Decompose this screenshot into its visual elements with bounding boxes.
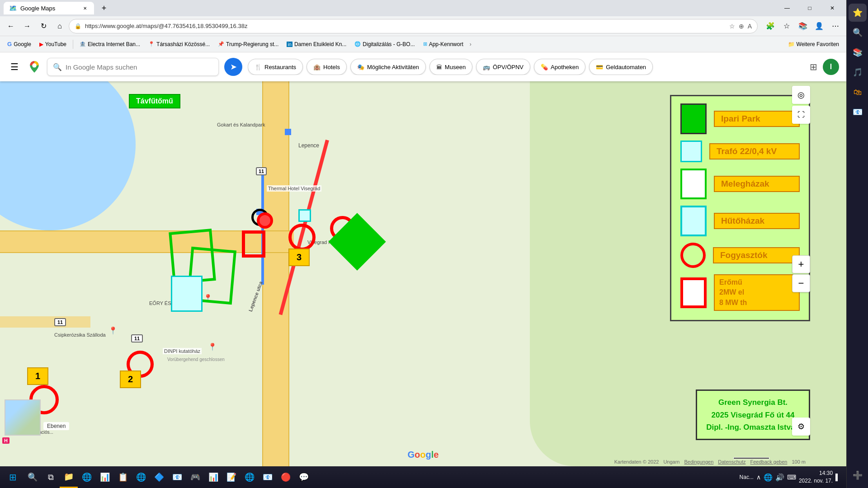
bookmark-damen[interactable]: in Damen Etuikleid Kn...: [283, 39, 350, 49]
location-button[interactable]: ◎: [792, 86, 810, 104]
bookmark-app[interactable]: ⊞ App-Kennwort: [420, 39, 467, 49]
category-transport[interactable]: 🚌 ÖPV/ÖPNV: [476, 59, 530, 75]
trafo-marker-top: [298, 209, 311, 222]
taskbar-app-red[interactable]: 🔴: [277, 466, 295, 488]
bookmark-digit[interactable]: 🌐 Digitalizálás - G-BO...: [351, 39, 418, 49]
refresh-button[interactable]: ↻: [36, 19, 51, 33]
sidebar-shop-btn[interactable]: 🛍: [849, 83, 867, 101]
tab-title: Google Maps: [20, 5, 55, 12]
map-area[interactable]: 11 Lepence utca 11 11 Távfűtőmű Gokart é…: [0, 81, 846, 466]
scale-bar: [733, 457, 769, 459]
bookmark-tarsas[interactable]: 📍 Társasházi Közössé...: [145, 39, 213, 49]
taskbar-search[interactable]: 🔍: [24, 466, 42, 488]
zoom-out-button[interactable]: −: [792, 274, 810, 292]
word-icon: 📊: [100, 472, 110, 482]
sidebar-search-btn[interactable]: 🔍: [849, 23, 867, 42]
taskbar-app-ie[interactable]: 🌐: [132, 466, 150, 488]
taskbar-taskview[interactable]: ⧉: [42, 466, 60, 488]
notifications-tray[interactable]: Nac...: [740, 474, 754, 480]
category-atm[interactable]: 💳 Geldautomaten: [589, 59, 653, 75]
taskbar-app-outlook[interactable]: 📧: [259, 466, 277, 488]
minimize-button[interactable]: —: [777, 0, 797, 16]
toolbar-right: 🧩 ☆ 📚 👤 ⋯: [763, 19, 843, 33]
category-activities[interactable]: 🎭 Mögliche Aktivitäten: [350, 59, 426, 75]
cyan-rect-marker: [171, 276, 203, 312]
taskbar-app-word2[interactable]: 📝: [222, 466, 241, 488]
user-profile-button[interactable]: I: [823, 59, 839, 75]
favorites-button[interactable]: ☆: [779, 19, 794, 33]
privacy-link[interactable]: Datenschutz: [718, 459, 745, 465]
map-settings-button[interactable]: ⚙: [792, 418, 810, 436]
more-button[interactable]: ⋯: [828, 19, 843, 33]
teams-icon: 💬: [299, 472, 309, 482]
chevron-up-icon[interactable]: ∧: [756, 474, 761, 481]
zoom-in-button[interactable]: +: [792, 255, 810, 273]
taskbar-app-ms365[interactable]: 📧: [168, 466, 186, 488]
search-icon: 🔍: [53, 63, 62, 71]
category-restaurants[interactable]: 🍴 Restaurants: [248, 59, 303, 75]
new-tab-button[interactable]: +: [98, 2, 110, 14]
youtube-icon: ▶: [39, 41, 43, 47]
taskbar-app-edge[interactable]: 🔷: [150, 466, 168, 488]
bookmark-electra[interactable]: 🏦 Electra Internet Ban...: [76, 39, 144, 49]
browser-tab[interactable]: 🗺️ Google Maps ✕: [4, 2, 94, 14]
feedback-link[interactable]: Feedback geben: [750, 459, 787, 465]
back-button[interactable]: ←: [4, 19, 18, 33]
bookmark-google[interactable]: G Google: [4, 39, 35, 49]
close-button[interactable]: ✕: [822, 0, 843, 16]
sidebar-collections-btn[interactable]: 📚: [849, 43, 867, 61]
address-bar[interactable]: 🔒 https://www.google.at/maps/@47.7635416…: [69, 19, 758, 33]
taskbar-app-word[interactable]: 📊: [96, 466, 114, 488]
directions-button[interactable]: ➤: [224, 58, 242, 76]
taskbar-app-teams[interactable]: 💬: [295, 466, 313, 488]
maps-search-input[interactable]: [66, 63, 213, 71]
sidebar-games-btn[interactable]: 🎵: [849, 63, 867, 81]
keyboard-icon[interactable]: ⌨: [787, 474, 796, 481]
minimap-bg: [5, 400, 40, 435]
collections-button[interactable]: 📚: [796, 19, 810, 33]
bookmark-youtube[interactable]: ▶ YouTube: [36, 39, 70, 49]
home-button[interactable]: ⌂: [52, 19, 67, 33]
taskbar-app-explorer[interactable]: 📁: [60, 466, 78, 488]
layers-label[interactable]: Ebenen: [43, 422, 69, 430]
maps-menu-button[interactable]: ☰: [7, 60, 22, 74]
taskbar-app-excel[interactable]: 📊: [204, 466, 222, 488]
terms-link[interactable]: Bedingungen: [684, 459, 713, 465]
category-pharmacy[interactable]: 💊 Apotheken: [534, 59, 585, 75]
apps-grid-button[interactable]: ⊞: [810, 61, 817, 72]
category-hotels[interactable]: 🏨 Hotels: [307, 59, 347, 75]
legend-eromü: Erőmű 2MW el 8 MW th: [680, 274, 800, 311]
game-icon: 🎮: [190, 472, 200, 482]
start-button[interactable]: ⊞: [2, 466, 24, 488]
network-icon[interactable]: 🌐: [764, 473, 773, 482]
date-display: 2022. nov. 17.: [799, 477, 833, 485]
sidebar-outlook-btn[interactable]: 📧: [849, 103, 867, 121]
show-desktop-icon[interactable]: ▌: [835, 474, 840, 481]
taskbar-app-game[interactable]: 🎮: [186, 466, 204, 488]
minimap[interactable]: [5, 399, 41, 436]
bookmark-trump[interactable]: 📌 Trump-Regierung st...: [214, 39, 282, 49]
sidebar-favorites-btn[interactable]: ⭐: [849, 4, 867, 22]
maximize-button[interactable]: □: [799, 0, 820, 16]
extensions-button[interactable]: 🧩: [763, 19, 778, 33]
tab-close-button[interactable]: ✕: [81, 5, 89, 12]
maps-search-box[interactable]: 🔍: [47, 58, 219, 76]
forward-button[interactable]: →: [20, 19, 34, 33]
fullscreen-button[interactable]: ⛶: [792, 106, 810, 124]
sidebar-add-btn[interactable]: ➕: [849, 466, 867, 484]
taskbar-app-2[interactable]: 🌐: [78, 466, 96, 488]
clock[interactable]: 14:30 2022. nov. 17.: [799, 469, 833, 485]
red-circle-center: [288, 224, 316, 251]
profile-button[interactable]: 👤: [812, 19, 826, 33]
more-favorites-button[interactable]: 📁 Weitere Favoriten: [784, 39, 843, 49]
map-icon: 📍: [148, 41, 155, 47]
legend-trafo: Trafó 22/0,4 kV: [680, 141, 800, 162]
category-museums[interactable]: 🏛 Museen: [429, 59, 472, 75]
bookmarks-bar: G Google ▶ YouTube 🏦 Electra Internet Ba…: [0, 36, 846, 52]
taskbar-app-edge2[interactable]: 🌐: [241, 466, 259, 488]
number-badge-2: 2: [120, 371, 141, 388]
bookmark-label: YouTube: [45, 41, 66, 47]
more-bookmarks-chevron[interactable]: ›: [468, 41, 473, 47]
speaker-icon[interactable]: 🔊: [775, 473, 784, 482]
taskbar-app-powerpoint[interactable]: 📋: [114, 466, 132, 488]
